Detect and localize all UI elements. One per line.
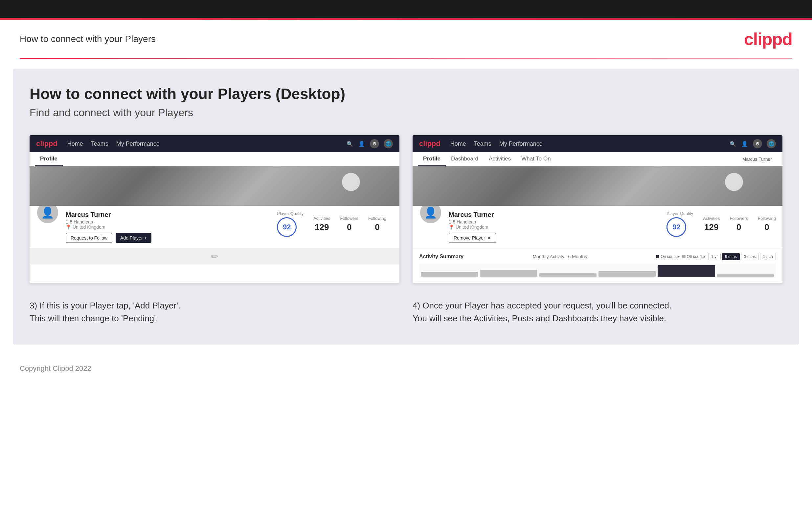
main-content: How to connect with your Players (Deskto… [13, 69, 799, 345]
app-navbar-2: clippd Home Teams My Performance 🔍 👤 ⚙ 🌐 [413, 135, 782, 152]
main-title: How to connect with your Players (Deskto… [30, 85, 782, 103]
stat-followers-1: Followers 0 [340, 216, 358, 232]
stat-activities-2: Activities 129 [703, 216, 720, 232]
chart-bar-4 [599, 271, 656, 277]
stat-following-1: Following 0 [368, 216, 386, 232]
profile-actions-1: Request to Follow Add Player + [66, 233, 264, 243]
chart-bar-3 [539, 273, 597, 277]
user-icon-1[interactable]: 👤 [358, 140, 365, 147]
step3-text: 3) If this is your Player tap, 'Add Play… [30, 300, 180, 323]
quality-circle-1: 92 [277, 217, 297, 237]
add-player-button-1[interactable]: Add Player + [116, 233, 151, 243]
description-step3: 3) If this is your Player tap, 'Add Play… [30, 299, 399, 325]
pencil-icon: ✏ [211, 251, 218, 262]
top-bar [0, 0, 812, 18]
stat-activities-1: Activities 129 [313, 216, 330, 232]
player-name-2: Marcus Turner [449, 211, 660, 219]
time-btn-6mths[interactable]: 6 mths [722, 253, 740, 260]
stat-quality-1: Player Quality 92 [277, 211, 304, 237]
location-pin-icon-2: 📍 [449, 224, 454, 230]
search-icon-2[interactable]: 🔍 [729, 140, 737, 147]
screenshot-1: clippd Home Teams My Performance 🔍 👤 ⚙ 🌐… [30, 135, 399, 283]
chart-bar-6 [717, 274, 774, 277]
main-subtitle: Find and connect with your Players [30, 107, 782, 119]
time-btn-1yr[interactable]: 1 yr [708, 253, 721, 260]
plus-icon-1: + [144, 235, 147, 240]
chart-area [419, 264, 776, 278]
page-title: How to connect with your Players [20, 34, 156, 44]
screenshot-footer-1: ✏ [30, 248, 399, 265]
clippd-logo: clippd [744, 29, 792, 49]
banner-1 [30, 166, 399, 206]
stats-section-2: Player Quality 92 Activities 129 Followe… [666, 211, 776, 237]
app-navbar-1: clippd Home Teams My Performance 🔍 👤 ⚙ 🌐 [30, 135, 399, 152]
legend-off-course: Off course [682, 254, 705, 259]
settings-icon-1[interactable]: ⚙ [370, 139, 379, 148]
stat-followers-2: Followers 0 [729, 216, 748, 232]
profile-info-2: Marcus Turner 1-5 Handicap 📍 United King… [449, 211, 660, 243]
close-icon-remove: ✕ [487, 235, 491, 240]
settings-icon-2[interactable]: ⚙ [753, 139, 762, 148]
legend-dot-on-course [656, 255, 659, 258]
search-icon-1[interactable]: 🔍 [346, 140, 353, 147]
stats-section-1: Player Quality 92 Activities 129 Followe… [270, 211, 393, 237]
nav-items-1: Home Teams My Performance [67, 140, 346, 147]
tab-what-to-on-2[interactable]: What To On [516, 152, 556, 166]
screenshots-row: clippd Home Teams My Performance 🔍 👤 ⚙ 🌐… [30, 135, 782, 283]
nav-home-2[interactable]: Home [450, 140, 466, 147]
nav-performance-1[interactable]: My Performance [116, 140, 160, 147]
player-name-1: Marcus Turner [66, 211, 264, 219]
legend-label-on-course: On course [661, 254, 679, 259]
legend-label-off-course: Off course [687, 254, 705, 259]
profile-section-1: 👤 Marcus Turner 1-5 Handicap 📍 United Ki… [30, 206, 399, 248]
time-btn-3mths[interactable]: 3 mths [741, 253, 759, 260]
tab-player-name-2: Marcus Turner [737, 153, 777, 165]
chart-bar-1 [421, 272, 478, 277]
profile-actions-2: Remove Player ✕ [449, 233, 660, 243]
player-handicap-1: 1-5 Handicap [66, 219, 264, 224]
app-tabs-2: Profile Dashboard Activities What To On … [413, 152, 782, 166]
nav-home-1[interactable]: Home [67, 140, 83, 147]
copyright-text: Copyright Clippd 2022 [20, 364, 91, 373]
location-pin-icon: 📍 [66, 224, 71, 230]
player-location-1: 📍 United Kingdom [66, 224, 264, 230]
screenshot-2: clippd Home Teams My Performance 🔍 👤 ⚙ 🌐… [413, 135, 782, 283]
tab-profile-2[interactable]: Profile [418, 152, 446, 166]
activity-title: Activity Summary [419, 253, 463, 260]
nav-items-2: Home Teams My Performance [450, 140, 729, 147]
tab-profile-1[interactable]: Profile [35, 152, 63, 166]
nav-icons-1: 🔍 👤 ⚙ 🌐 [346, 139, 393, 148]
banner-bg-2 [413, 166, 782, 206]
app-tabs-1: Profile [30, 152, 399, 166]
remove-player-button[interactable]: Remove Player ✕ [449, 233, 496, 243]
banner-bg-1 [30, 166, 399, 206]
quality-circle-2: 92 [666, 217, 686, 237]
globe-icon-2[interactable]: 🌐 [767, 139, 776, 148]
nav-icons-2: 🔍 👤 ⚙ 🌐 [729, 139, 776, 148]
tab-activities-2[interactable]: Activities [484, 152, 516, 166]
banner-circle-2 [725, 173, 743, 191]
step4-text: 4) Once your Player has accepted your re… [413, 300, 671, 323]
nav-teams-1[interactable]: Teams [91, 140, 108, 147]
chart-bar-5 [658, 265, 715, 277]
follow-button-1[interactable]: Request to Follow [66, 233, 112, 243]
profile-info-1: Marcus Turner 1-5 Handicap 📍 United King… [66, 211, 264, 243]
banner-circle-1 [342, 173, 360, 191]
banner-2 [413, 166, 782, 206]
legend-on-course: On course [656, 254, 679, 259]
app-logo-1: clippd [36, 139, 57, 148]
nav-teams-2[interactable]: Teams [474, 140, 492, 147]
time-buttons: 1 yr 6 mths 3 mths 1 mth [708, 253, 776, 260]
nav-performance-2[interactable]: My Performance [499, 140, 543, 147]
activity-period: Monthly Activity · 6 Months [532, 254, 587, 259]
activity-controls: On course Off course 1 yr 6 mths 3 mths … [656, 253, 776, 260]
stat-following-2: Following 0 [758, 216, 776, 232]
descriptions-row: 3) If this is your Player tap, 'Add Play… [30, 299, 782, 325]
tab-dashboard-2[interactable]: Dashboard [446, 152, 484, 166]
time-btn-1mth[interactable]: 1 mth [760, 253, 776, 260]
header-divider [20, 58, 792, 59]
header: How to connect with your Players clippd [0, 20, 812, 58]
globe-icon-1[interactable]: 🌐 [384, 139, 393, 148]
user-icon-2[interactable]: 👤 [741, 140, 748, 147]
description-step4: 4) Once your Player has accepted your re… [413, 299, 782, 325]
